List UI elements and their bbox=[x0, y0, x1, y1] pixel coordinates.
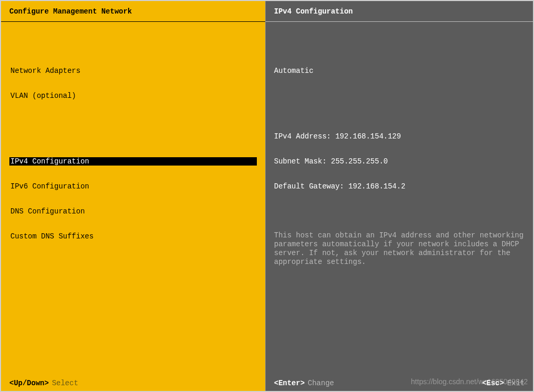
mode-value: Automatic bbox=[274, 67, 525, 75]
menu-group-2: IPv4 Configuration IPv6 Configuration DN… bbox=[9, 141, 257, 257]
mode-block: Automatic bbox=[274, 50, 525, 92]
footer-esc-key[interactable]: <Esc> bbox=[482, 379, 504, 387]
menu-item-ipv6-config[interactable]: IPv6 Configuration bbox=[9, 182, 257, 191]
left-footer: <Up/Down> Select bbox=[1, 375, 265, 391]
gw-value: 192.168.154.2 bbox=[349, 182, 405, 191]
right-pane: IPv4 Configuration Automatic IPv4 Addres… bbox=[266, 1, 533, 391]
help-text: This host can obtain an IPv4 address and… bbox=[274, 231, 524, 267]
mask-value: 255.255.255.0 bbox=[331, 157, 388, 166]
menu-item-vlan[interactable]: VLAN (optional) bbox=[9, 92, 257, 100]
menu-item-dns-config[interactable]: DNS Configuration bbox=[9, 207, 257, 216]
left-title-bar: Configure Management Network bbox=[1, 1, 265, 22]
menu-item-custom-dns-suffixes[interactable]: Custom DNS Suffixes bbox=[9, 232, 257, 241]
footer-updown-label: Select bbox=[52, 379, 78, 387]
left-pane: Configure Management Network Network Ada… bbox=[1, 1, 266, 391]
menu-item-ipv4-config[interactable]: IPv4 Configuration bbox=[9, 157, 257, 166]
ipv4-label: IPv4 Address: bbox=[274, 132, 331, 141]
menu-item-network-adapters[interactable]: Network Adapters bbox=[9, 67, 257, 75]
ipv4-value: 192.168.154.129 bbox=[336, 132, 401, 141]
right-body: Automatic IPv4 Address: 192.168.154.129 … bbox=[266, 22, 533, 375]
right-title-bar: IPv4 Configuration bbox=[266, 1, 533, 22]
right-footer: <Enter> Change <Esc> Exit bbox=[266, 375, 533, 391]
dcui-screen: Configure Management Network Network Ada… bbox=[0, 0, 534, 392]
gw-line: Default Gateway: 192.168.154.2 bbox=[274, 182, 525, 191]
address-block: IPv4 Address: 192.168.154.129 Subnet Mas… bbox=[274, 116, 525, 207]
footer-esc-label: Exit bbox=[507, 379, 525, 387]
left-body: Network Adapters VLAN (optional) IPv4 Co… bbox=[1, 22, 265, 375]
mask-line: Subnet Mask: 255.255.255.0 bbox=[274, 157, 525, 166]
left-title: Configure Management Network bbox=[9, 7, 132, 16]
gw-label: Default Gateway: bbox=[274, 182, 344, 191]
right-title: IPv4 Configuration bbox=[274, 7, 353, 16]
footer-updown-key: <Up/Down> bbox=[9, 379, 49, 387]
footer-enter-key[interactable]: <Enter> bbox=[274, 379, 305, 387]
menu-group-1: Network Adapters VLAN (optional) bbox=[9, 50, 257, 117]
ipv4-line: IPv4 Address: 192.168.154.129 bbox=[274, 132, 525, 141]
footer-enter-label: Change bbox=[308, 379, 334, 387]
mask-label: Subnet Mask: bbox=[274, 157, 327, 166]
